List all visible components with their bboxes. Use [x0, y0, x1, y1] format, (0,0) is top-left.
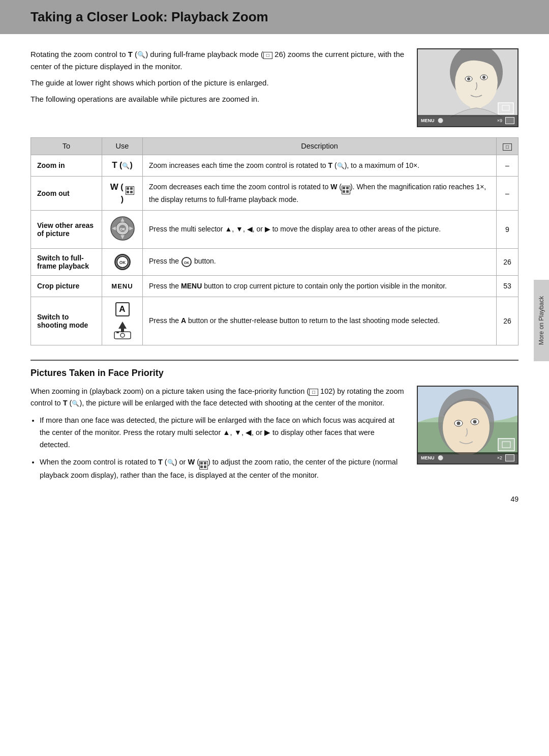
row-to-zoom-in: Zoom in: [31, 155, 102, 176]
svg-point-33: [473, 420, 477, 423]
menu-button-symbol: MENU: [111, 282, 133, 290]
table-row-view-areas: View other areas of picture OK: [31, 210, 518, 248]
row-to-zoom-out: Zoom out: [31, 176, 102, 210]
face2-svg: [418, 387, 518, 454]
header-use: Use: [102, 138, 143, 155]
face-priority-para1: When zooming in (playback zoom) on a pic…: [30, 386, 405, 410]
svg-point-6: [482, 76, 485, 79]
row-ref-view-areas: 9: [497, 210, 518, 248]
face-priority-image: MENU ⚪ ×2: [417, 386, 518, 487]
face-priority-bottom-bar: MENU ⚪ ×2: [418, 452, 517, 463]
header-ref: □: [497, 138, 518, 155]
row-desc-crop: Press the MENU button to crop current pi…: [143, 275, 497, 297]
camera-screen: MENU ⚪ ×9: [417, 48, 518, 127]
side-label-text: More on Playback: [538, 296, 545, 345]
header-description: Description: [143, 138, 497, 155]
row-desc-shoot: Press the A button or the shutter-releas…: [143, 297, 497, 345]
bullet-item-1: If more than one face was detected, the …: [40, 415, 405, 451]
header-to: To: [31, 138, 102, 155]
svg-text:OK: OK: [184, 261, 190, 265]
row-use-view-areas: OK: [102, 210, 143, 248]
row-ref-crop: 53: [497, 275, 518, 297]
ok-circle-svg: OK: [116, 255, 129, 269]
svg-text:OK: OK: [119, 259, 126, 265]
intro-section: Rotating the zoom control to T (🔍) durin…: [30, 48, 518, 127]
svg-point-24: [120, 333, 125, 337]
face-camera-zoom-label: ×2: [497, 455, 502, 460]
intro-para1: Rotating the zoom control to T (🔍) durin…: [30, 48, 405, 73]
svg-rect-25: [116, 332, 119, 333]
t-button-symbol: T: [112, 160, 117, 170]
row-to-shoot: Switch to shooting mode: [31, 297, 102, 345]
grid-cell-3: [127, 191, 129, 193]
row-use-zoom-in: T (🔍): [102, 155, 143, 176]
face-camera-menu-label: MENU: [421, 455, 435, 460]
row-use-crop: MENU: [102, 275, 143, 297]
face-priority-section: Pictures Taken in Face Priority: [30, 360, 518, 379]
zoom-q-icon: 🔍: [122, 162, 130, 169]
row-use-fullframe: OK: [102, 248, 143, 275]
side-label: More on Playback: [534, 280, 549, 361]
ok-button-container: OK: [108, 254, 136, 270]
face-small-rect: [505, 454, 514, 461]
table-row-fullframe: Switch to full-frame playback OK Press t…: [31, 248, 518, 275]
a-button-symbol: A: [115, 302, 130, 316]
multi-selector-icon: OK: [110, 216, 135, 241]
operations-table: To Use Description □ Zoom in T (🔍) Zoom …: [30, 137, 518, 345]
face-camera-separator: ⚪: [438, 455, 443, 460]
table-row-zoom-out: Zoom out W ( ) Zoom decreases each time …: [31, 176, 518, 210]
small-rect-indicator: [505, 117, 514, 124]
bullet-item-2: When the zoom control is rotated to T (🔍…: [40, 456, 405, 482]
table-row-shoot: Switch to shooting mode A: [31, 297, 518, 345]
zoom-icon: 🔍: [137, 51, 145, 59]
row-ref-shoot: 26: [497, 297, 518, 345]
camera-arrow-icon: [112, 321, 133, 340]
header-book-icon: □: [503, 143, 512, 151]
camera-bottom-bar: MENU ⚪ ×9: [418, 115, 517, 126]
page-number: 49: [30, 495, 518, 503]
title-bar: Taking a Closer Look: Playback Zoom: [0, 0, 549, 34]
book-ref-102: □: [309, 389, 318, 396]
book-ref-26a: □: [263, 52, 272, 59]
row-ref-zoom-out: –: [497, 176, 518, 210]
ok-button-icon: OK: [114, 254, 131, 270]
intro-text: Rotating the zoom control to T (🔍) durin…: [30, 48, 405, 127]
intro-image: MENU ⚪ ×9: [417, 48, 518, 127]
svg-rect-35: [498, 439, 514, 451]
shoot-symbols: A: [108, 302, 136, 340]
camera-zoom-label: ×9: [497, 118, 502, 123]
w-button-symbol: W: [110, 182, 118, 192]
camera-separator: ⚪: [438, 118, 443, 123]
table-row-zoom-in: Zoom in T (🔍) Zoom increases each time t…: [31, 155, 518, 176]
bullet-list: If more than one face was detected, the …: [30, 415, 405, 482]
table-row-crop: Crop picture MENU Press the MENU button …: [31, 275, 518, 297]
row-use-shoot: A: [102, 297, 143, 345]
row-to-crop: Crop picture: [31, 275, 102, 297]
row-desc-zoom-in: Zoom increases each time the zoom contro…: [143, 155, 497, 176]
bottom-text-content: When zooming in (playback zoom) on a pic…: [30, 386, 405, 487]
page-title: Taking a Closer Look: Playback Zoom: [30, 9, 518, 25]
row-use-zoom-out: W ( ): [102, 176, 143, 210]
intro-para3: The following operations are available w…: [30, 93, 405, 105]
grid-cell-2: [130, 187, 133, 190]
row-desc-fullframe: Press the OK button.: [143, 248, 497, 275]
svg-point-4: [467, 77, 470, 80]
row-ref-zoom-in: –: [497, 155, 518, 176]
w-grid-icon: [124, 183, 134, 191]
bottom-section: When zooming in (playback zoom) on a pic…: [30, 386, 518, 487]
svg-rect-8: [498, 103, 513, 114]
row-desc-zoom-out: Zoom decreases each time the zoom contro…: [143, 176, 497, 210]
ok-inline-icon: OK: [181, 256, 192, 268]
row-to-view-areas: View other areas of picture: [31, 210, 102, 248]
t-symbol: T: [128, 50, 133, 59]
svg-marker-22: [118, 322, 127, 329]
camera-menu-label: MENU: [421, 118, 435, 123]
row-to-fullframe: Switch to full-frame playback: [31, 248, 102, 275]
page-container: Taking a Closer Look: Playback Zoom Rota…: [0, 0, 549, 534]
grid-cell-4: [130, 191, 133, 193]
face-priority-camera-screen: MENU ⚪ ×2: [417, 386, 518, 464]
svg-point-31: [457, 421, 461, 425]
grid-box-icon: [126, 186, 134, 195]
svg-text:OK: OK: [119, 227, 125, 231]
row-ref-fullframe: 26: [497, 248, 518, 275]
